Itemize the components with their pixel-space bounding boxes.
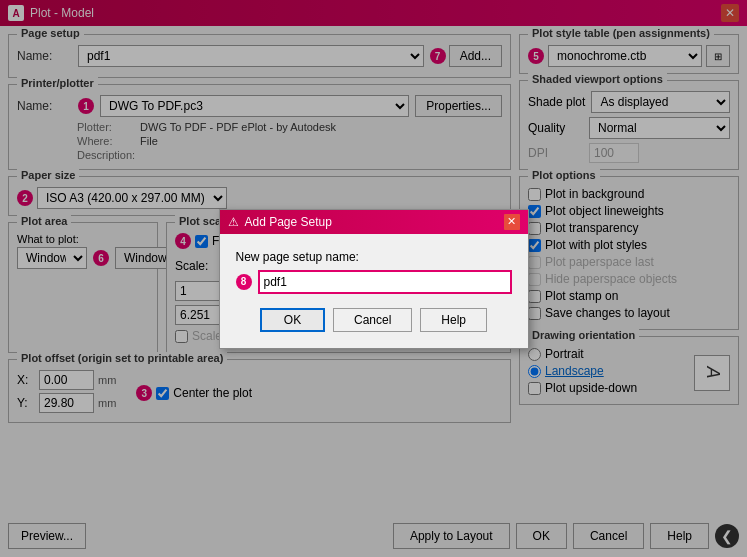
circle-8: 8 bbox=[236, 274, 252, 290]
modal-cancel-button[interactable]: Cancel bbox=[333, 308, 412, 332]
modal-buttons: OK Cancel Help bbox=[236, 308, 512, 332]
modal-name-input[interactable] bbox=[258, 270, 512, 294]
modal-close-button[interactable]: ✕ bbox=[504, 214, 520, 230]
modal-overlay: ⚠ Add Page Setup ✕ New page setup name: … bbox=[0, 0, 747, 557]
modal-input-label: New page setup name: bbox=[236, 250, 512, 264]
modal-body: New page setup name: 8 OK Cancel Help bbox=[220, 234, 528, 348]
add-page-setup-dialog: ⚠ Add Page Setup ✕ New page setup name: … bbox=[219, 209, 529, 349]
modal-title: Add Page Setup bbox=[245, 215, 332, 229]
modal-help-button[interactable]: Help bbox=[420, 308, 487, 332]
modal-icon: ⚠ bbox=[228, 215, 239, 229]
modal-ok-button[interactable]: OK bbox=[260, 308, 325, 332]
modal-title-bar: ⚠ Add Page Setup ✕ bbox=[220, 210, 528, 234]
